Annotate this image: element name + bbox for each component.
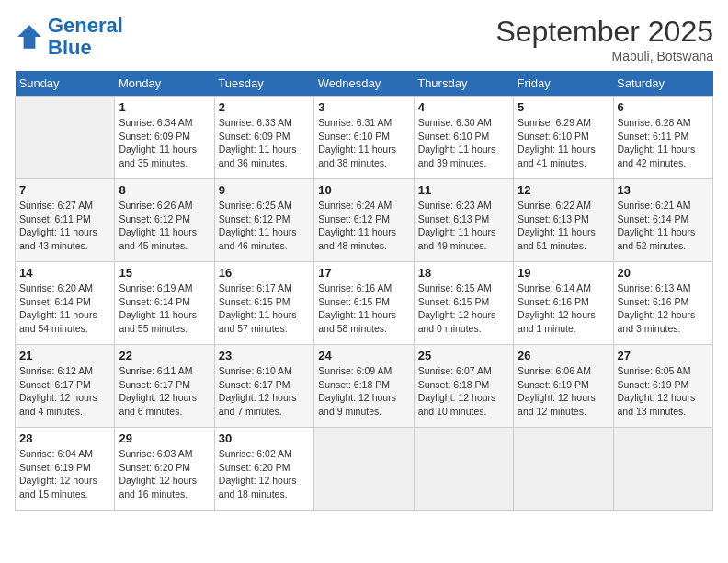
logo: General Blue bbox=[15, 15, 123, 59]
day-info: Sunrise: 6:19 AMSunset: 6:14 PMDaylight:… bbox=[119, 282, 210, 336]
day-info: Sunrise: 6:31 AMSunset: 6:10 PMDaylight:… bbox=[318, 116, 409, 170]
day-number: 17 bbox=[318, 266, 409, 280]
calendar-cell bbox=[613, 428, 712, 511]
day-info: Sunrise: 6:06 AMSunset: 6:19 PMDaylight:… bbox=[518, 364, 609, 419]
month-title: September 2025 bbox=[495, 15, 713, 49]
calendar-cell: 5Sunrise: 6:29 AMSunset: 6:10 PMDaylight… bbox=[514, 97, 613, 179]
day-info: Sunrise: 6:28 AMSunset: 6:11 PMDaylight:… bbox=[618, 116, 709, 170]
day-number: 7 bbox=[19, 183, 110, 197]
day-info: Sunrise: 6:26 AMSunset: 6:12 PMDaylight:… bbox=[119, 199, 210, 253]
calendar-cell: 20Sunrise: 6:13 AMSunset: 6:16 PMDayligh… bbox=[613, 262, 712, 345]
header-day-thursday: Thursday bbox=[414, 71, 513, 97]
day-info: Sunrise: 6:13 AMSunset: 6:16 PMDaylight:… bbox=[618, 282, 709, 336]
day-info: Sunrise: 6:12 AMSunset: 6:17 PMDaylight:… bbox=[19, 364, 110, 419]
calendar-cell: 28Sunrise: 6:04 AMSunset: 6:19 PMDayligh… bbox=[16, 428, 115, 511]
calendar-cell bbox=[414, 428, 513, 511]
header-day-monday: Monday bbox=[115, 71, 214, 97]
calendar-cell bbox=[314, 428, 414, 511]
calendar-cell: 17Sunrise: 6:16 AMSunset: 6:15 PMDayligh… bbox=[314, 262, 414, 345]
calendar-cell: 8Sunrise: 6:26 AMSunset: 6:12 PMDaylight… bbox=[115, 179, 214, 262]
calendar-cell: 19Sunrise: 6:14 AMSunset: 6:16 PMDayligh… bbox=[514, 262, 613, 345]
day-number: 25 bbox=[418, 349, 509, 362]
header-day-tuesday: Tuesday bbox=[214, 71, 313, 97]
calendar-cell bbox=[16, 97, 115, 179]
calendar-cell: 4Sunrise: 6:30 AMSunset: 6:10 PMDaylight… bbox=[414, 97, 513, 179]
calendar-cell: 11Sunrise: 6:23 AMSunset: 6:13 PMDayligh… bbox=[414, 179, 513, 262]
day-number: 5 bbox=[518, 100, 609, 114]
calendar-week-4: 21Sunrise: 6:12 AMSunset: 6:17 PMDayligh… bbox=[16, 345, 713, 428]
calendar-cell: 27Sunrise: 6:05 AMSunset: 6:19 PMDayligh… bbox=[613, 345, 712, 428]
page-header: General Blue September 2025 Mabuli, Bots… bbox=[15, 15, 713, 63]
day-info: Sunrise: 6:15 AMSunset: 6:15 PMDaylight:… bbox=[418, 282, 509, 336]
header-day-saturday: Saturday bbox=[613, 71, 712, 97]
calendar-cell: 3Sunrise: 6:31 AMSunset: 6:10 PMDaylight… bbox=[314, 97, 414, 179]
title-block: September 2025 Mabuli, Botswana bbox=[495, 15, 713, 63]
day-info: Sunrise: 6:17 AMSunset: 6:15 PMDaylight:… bbox=[219, 282, 310, 336]
calendar-cell: 25Sunrise: 6:07 AMSunset: 6:18 PMDayligh… bbox=[414, 345, 513, 428]
day-number: 30 bbox=[219, 431, 310, 445]
calendar-cell: 26Sunrise: 6:06 AMSunset: 6:19 PMDayligh… bbox=[514, 345, 613, 428]
calendar-table: SundayMondayTuesdayWednesdayThursdayFrid… bbox=[15, 71, 713, 511]
calendar-cell: 24Sunrise: 6:09 AMSunset: 6:18 PMDayligh… bbox=[314, 345, 414, 428]
header-row: SundayMondayTuesdayWednesdayThursdayFrid… bbox=[16, 71, 713, 97]
day-info: Sunrise: 6:05 AMSunset: 6:19 PMDaylight:… bbox=[618, 364, 709, 419]
svg-marker-0 bbox=[17, 25, 41, 49]
day-number: 28 bbox=[19, 431, 110, 445]
calendar-cell: 2Sunrise: 6:33 AMSunset: 6:09 PMDaylight… bbox=[214, 97, 313, 179]
day-number: 3 bbox=[318, 100, 409, 114]
day-info: Sunrise: 6:21 AMSunset: 6:14 PMDaylight:… bbox=[618, 199, 709, 253]
day-info: Sunrise: 6:02 AMSunset: 6:20 PMDaylight:… bbox=[219, 447, 310, 501]
day-info: Sunrise: 6:30 AMSunset: 6:10 PMDaylight:… bbox=[418, 116, 509, 170]
header-day-friday: Friday bbox=[514, 71, 613, 97]
day-info: Sunrise: 6:09 AMSunset: 6:18 PMDaylight:… bbox=[318, 364, 409, 419]
day-number: 10 bbox=[318, 183, 409, 197]
day-number: 12 bbox=[518, 183, 609, 197]
day-info: Sunrise: 6:34 AMSunset: 6:09 PMDaylight:… bbox=[119, 116, 210, 170]
day-number: 16 bbox=[219, 266, 310, 280]
day-number: 21 bbox=[19, 349, 110, 362]
day-info: Sunrise: 6:23 AMSunset: 6:13 PMDaylight:… bbox=[418, 199, 509, 253]
calendar-cell: 23Sunrise: 6:10 AMSunset: 6:17 PMDayligh… bbox=[214, 345, 313, 428]
calendar-cell: 10Sunrise: 6:24 AMSunset: 6:12 PMDayligh… bbox=[314, 179, 414, 262]
day-number: 2 bbox=[219, 100, 310, 114]
day-number: 6 bbox=[618, 100, 709, 114]
calendar-cell: 30Sunrise: 6:02 AMSunset: 6:20 PMDayligh… bbox=[214, 428, 313, 511]
day-number: 29 bbox=[119, 431, 210, 445]
calendar-cell: 6Sunrise: 6:28 AMSunset: 6:11 PMDaylight… bbox=[613, 97, 712, 179]
day-number: 26 bbox=[518, 349, 609, 362]
day-number: 23 bbox=[219, 349, 310, 362]
day-number: 20 bbox=[618, 266, 709, 280]
day-info: Sunrise: 6:33 AMSunset: 6:09 PMDaylight:… bbox=[219, 116, 310, 170]
calendar-cell: 18Sunrise: 6:15 AMSunset: 6:15 PMDayligh… bbox=[414, 262, 513, 345]
day-number: 4 bbox=[418, 100, 509, 114]
day-info: Sunrise: 6:22 AMSunset: 6:13 PMDaylight:… bbox=[518, 199, 609, 253]
day-number: 27 bbox=[618, 349, 709, 362]
day-number: 18 bbox=[418, 266, 509, 280]
calendar-cell: 21Sunrise: 6:12 AMSunset: 6:17 PMDayligh… bbox=[16, 345, 115, 428]
day-number: 19 bbox=[518, 266, 609, 280]
calendar-cell: 15Sunrise: 6:19 AMSunset: 6:14 PMDayligh… bbox=[115, 262, 214, 345]
day-number: 8 bbox=[119, 183, 210, 197]
calendar-cell: 14Sunrise: 6:20 AMSunset: 6:14 PMDayligh… bbox=[16, 262, 115, 345]
day-info: Sunrise: 6:20 AMSunset: 6:14 PMDaylight:… bbox=[19, 282, 110, 336]
calendar-cell bbox=[514, 428, 613, 511]
day-info: Sunrise: 6:11 AMSunset: 6:17 PMDaylight:… bbox=[119, 364, 210, 419]
calendar-cell: 29Sunrise: 6:03 AMSunset: 6:20 PMDayligh… bbox=[115, 428, 214, 511]
calendar-cell: 12Sunrise: 6:22 AMSunset: 6:13 PMDayligh… bbox=[514, 179, 613, 262]
calendar-cell: 13Sunrise: 6:21 AMSunset: 6:14 PMDayligh… bbox=[613, 179, 712, 262]
calendar-week-5: 28Sunrise: 6:04 AMSunset: 6:19 PMDayligh… bbox=[16, 428, 713, 511]
calendar-cell: 16Sunrise: 6:17 AMSunset: 6:15 PMDayligh… bbox=[214, 262, 313, 345]
day-info: Sunrise: 6:04 AMSunset: 6:19 PMDaylight:… bbox=[19, 447, 110, 501]
day-info: Sunrise: 6:03 AMSunset: 6:20 PMDaylight:… bbox=[119, 447, 210, 501]
day-number: 11 bbox=[418, 183, 509, 197]
calendar-week-1: 1Sunrise: 6:34 AMSunset: 6:09 PMDaylight… bbox=[16, 97, 713, 179]
day-info: Sunrise: 6:07 AMSunset: 6:18 PMDaylight:… bbox=[418, 364, 509, 419]
day-info: Sunrise: 6:10 AMSunset: 6:17 PMDaylight:… bbox=[219, 364, 310, 419]
logo-icon bbox=[15, 22, 44, 52]
day-info: Sunrise: 6:14 AMSunset: 6:16 PMDaylight:… bbox=[518, 282, 609, 336]
calendar-week-2: 7Sunrise: 6:27 AMSunset: 6:11 PMDaylight… bbox=[16, 179, 713, 262]
day-number: 22 bbox=[119, 349, 210, 362]
day-info: Sunrise: 6:16 AMSunset: 6:15 PMDaylight:… bbox=[318, 282, 409, 336]
calendar-cell: 1Sunrise: 6:34 AMSunset: 6:09 PMDaylight… bbox=[115, 97, 214, 179]
day-number: 24 bbox=[318, 349, 409, 362]
